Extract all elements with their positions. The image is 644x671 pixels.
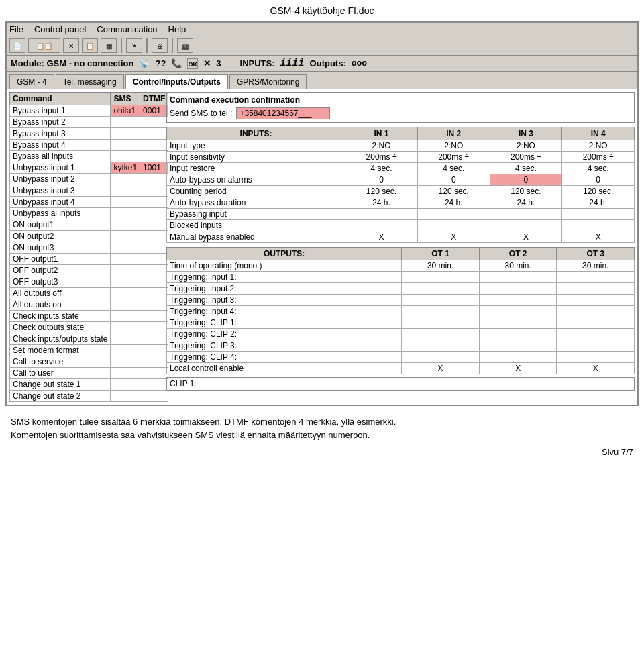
outputs-col-header: OT 3	[557, 248, 635, 260]
status-bar: Module: GSM - no connection 📡 ?? 📞 OK ✕ …	[7, 56, 637, 72]
inputs-table-cell: Input type	[167, 140, 345, 152]
outputs-table-cell: X	[402, 363, 480, 374]
outputs-table-cell: Triggering: input 4:	[167, 306, 402, 317]
cmd-row-sms	[111, 219, 140, 231]
menu-communication[interactable]: Communication	[97, 24, 157, 34]
outputs-table-cell	[402, 306, 480, 317]
cmd-row-command: Check inputs/outputs state	[10, 333, 111, 345]
outputs-table-cell	[557, 329, 635, 340]
cmd-row-command: OFF output2	[10, 265, 111, 276]
outputs-table-cell	[479, 283, 557, 295]
cmd-row-dtmf	[140, 254, 168, 265]
toolbar-btn-1[interactable]: 📄	[9, 38, 25, 53]
clip-box: CLIP 1:	[166, 377, 635, 391]
inputs-table-cell: 120 sec.	[490, 186, 562, 197]
left-panel: Command SMS DTMF Bypass input 1ohita1000…	[9, 92, 164, 402]
send-sms-input[interactable]	[236, 107, 330, 119]
cmd-row-dtmf	[140, 128, 168, 140]
inputs-table-cell: 200ms ÷	[417, 152, 490, 163]
cmd-row-sms	[111, 379, 140, 391]
question-marks: ??	[155, 58, 166, 68]
inputs-table-cell: 4 sec.	[345, 163, 418, 174]
menu-file[interactable]: File	[9, 24, 23, 34]
menu-control-panel[interactable]: Control panel	[34, 24, 86, 34]
cmd-row-command: Call to user	[10, 368, 111, 379]
toolbar-btn-8[interactable]: 📠	[177, 38, 193, 53]
inputs-table-cell: 4 sec.	[417, 163, 490, 174]
cmd-row-command: OFF output1	[10, 254, 111, 265]
inputs-table-cell: 0	[490, 174, 562, 186]
toolbar-btn-3[interactable]: ✕	[63, 38, 79, 53]
tab-tel-messaging[interactable]: Tel. messaging	[56, 74, 124, 89]
outputs-table-cell	[402, 272, 480, 283]
outputs-table-cell: Triggering: input 1:	[167, 272, 402, 283]
main-content: Command SMS DTMF Bypass input 1ohita1000…	[7, 89, 637, 405]
bottom-text-2: Komentojen suorittamisesta saa vahvistuk…	[11, 429, 633, 442]
outputs-table-cell	[402, 317, 480, 329]
cmd-row-command: Unbypass al inputs	[10, 208, 111, 219]
cmd-row-sms	[111, 242, 140, 254]
inputs-col-header: INPUTS:	[167, 127, 345, 140]
cmd-row-sms	[111, 368, 140, 379]
inputs-table-cell: 2:NO	[562, 140, 635, 152]
inputs-table-cell: Bypassing input	[167, 209, 345, 220]
cmd-row-command: Change out state 1	[10, 379, 111, 391]
toolbar-sep-1	[121, 38, 122, 53]
toolbar-btn-7[interactable]: 🖨	[152, 38, 168, 53]
inputs-table-cell: 2:NO	[417, 140, 490, 152]
cmd-row-sms	[111, 140, 140, 151]
tabs-bar: GSM - 4 Tel. messaging Control/Inputs/Ou…	[7, 72, 637, 89]
cmd-row-dtmf	[140, 219, 168, 231]
cmd-row-dtmf	[140, 242, 168, 254]
outputs-table-cell	[557, 352, 635, 363]
command-table: Command SMS DTMF Bypass input 1ohita1000…	[9, 92, 168, 402]
cmd-row-sms	[111, 288, 140, 299]
inputs-table-cell: 120 sec.	[345, 186, 418, 197]
bottom-text: SMS komentojen tulee sisältää 6 merkkiä …	[0, 409, 644, 444]
inputs-table-cell: 120 sec.	[417, 186, 490, 197]
inputs-col-header: IN 3	[490, 127, 562, 140]
cmd-row-sms	[111, 356, 140, 368]
inputs-table-cell: Auto-bypass duration	[167, 197, 345, 209]
cmd-row-sms	[111, 276, 140, 288]
toolbar-btn-2[interactable]: 📋📋	[28, 38, 60, 53]
inputs-table-cell: 200ms ÷	[490, 152, 562, 163]
outputs-table-cell: Triggering: input 3:	[167, 295, 402, 306]
menu-help[interactable]: Help	[168, 24, 186, 34]
inputs-table: INPUTS:IN 1IN 2IN 3IN 4 Input type2:NO2:…	[166, 127, 635, 243]
outputs-table-cell	[557, 317, 635, 329]
cmd-row-dtmf	[140, 151, 168, 162]
inputs-table-cell	[417, 220, 490, 231]
inputs-table-cell: 200ms ÷	[345, 152, 418, 163]
bottom-text-1: SMS komentojen tulee sisältää 6 merkkiä …	[11, 415, 633, 429]
x-icon: ✕	[203, 58, 211, 68]
tab-gsm4[interactable]: GSM - 4	[9, 74, 54, 89]
right-panel: Command execution confirmation Send SMS …	[166, 92, 635, 402]
cmd-row-dtmf	[140, 117, 168, 128]
inputs-table-cell: 2:NO	[345, 140, 418, 152]
cmd-row-dtmf	[140, 299, 168, 311]
inputs-table-cell: 120 sec.	[562, 186, 635, 197]
outputs-val: ooo	[352, 58, 367, 68]
page-number: Sivu 7/7	[0, 444, 644, 462]
cmd-row-command: Bypass all inputs	[10, 151, 111, 162]
inputs-table-cell	[345, 209, 418, 220]
toolbar-btn-4[interactable]: 📋	[82, 38, 98, 53]
toolbar-btn-5[interactable]: ▦	[101, 38, 117, 53]
cmd-row-dtmf: 0001	[140, 105, 168, 117]
outputs-table-cell	[557, 283, 635, 295]
outputs-table-cell	[557, 295, 635, 306]
cmd-row-command: ON output1	[10, 219, 111, 231]
toolbar-sep-2	[146, 38, 148, 53]
outputs-table-cell	[402, 352, 480, 363]
cmd-row-sms	[111, 322, 140, 333]
tab-control-inputs-outputs[interactable]: Control/Inputs/Outputs	[125, 74, 228, 89]
outputs-table-cell	[402, 340, 480, 352]
toolbar-btn-6[interactable]: 🖱	[126, 38, 142, 53]
outputs-table-cell: X	[479, 363, 557, 374]
tab-gprs-monitoring[interactable]: GPRS/Monitoring	[229, 74, 307, 89]
inputs-table-cell: 24 h.	[562, 197, 635, 209]
outputs-table-cell	[557, 272, 635, 283]
cmd-row-dtmf	[140, 185, 168, 197]
cmd-row-dtmf	[140, 140, 168, 151]
